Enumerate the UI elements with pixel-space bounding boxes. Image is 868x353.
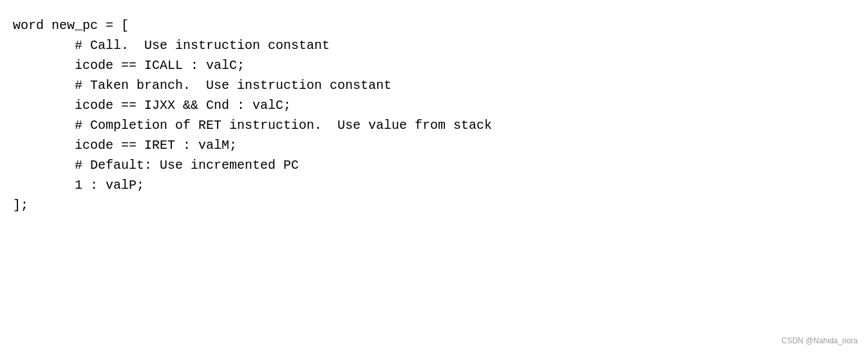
code-line-5: icode == IJXX && Cnd : valC;	[13, 95, 855, 115]
watermark: CSDN @Nahida_nora	[782, 336, 858, 345]
code-line-6: # Completion of RET instruction. Use val…	[13, 115, 855, 135]
code-line-1: word new_pc = [	[13, 15, 855, 35]
code-line-2: # Call. Use instruction constant	[13, 35, 855, 55]
code-line-7: icode == IRET : valM;	[13, 135, 855, 155]
code-block: word new_pc = [ # Call. Use instruction …	[13, 15, 855, 215]
code-line-4: # Taken branch. Use instruction constant	[13, 75, 855, 95]
code-line-9: 1 : valP;	[13, 175, 855, 195]
code-line-3: icode == ICALL : valC;	[13, 55, 855, 75]
code-line-8: # Default: Use incremented PC	[13, 155, 855, 175]
code-container: word new_pc = [ # Call. Use instruction …	[0, 0, 868, 353]
code-line-10: ];	[13, 195, 855, 215]
